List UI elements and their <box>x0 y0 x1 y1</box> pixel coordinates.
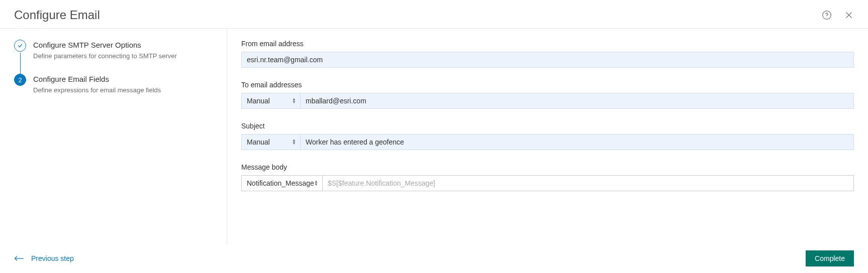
previous-step-button[interactable]: Previous step <box>14 254 74 262</box>
message-body-label: Message body <box>241 163 854 171</box>
dialog-header: Configure Email <box>0 0 868 29</box>
field-to-email: To email addresses Manual ▲▼ <box>241 81 854 109</box>
select-value: Manual <box>247 138 270 146</box>
to-email-input[interactable] <box>301 93 854 109</box>
message-body-input[interactable] <box>323 175 854 191</box>
message-body-mode-select[interactable]: Notification_Message ▲▼ <box>241 175 323 191</box>
step-description: Define expressions for email message fie… <box>33 86 161 94</box>
chevron-updown-icon: ▲▼ <box>314 180 318 186</box>
step-title: Configure Email Fields <box>33 75 161 83</box>
from-email-input[interactable] <box>241 52 854 68</box>
dialog-body: Configure SMTP Server Options Define par… <box>0 29 868 244</box>
from-email-label: From email address <box>241 40 854 48</box>
step-email-fields[interactable]: 2 Configure Email Fields Define expressi… <box>14 74 213 108</box>
subject-mode-select[interactable]: Manual ▲▼ <box>241 134 301 150</box>
field-message-body: Message body Notification_Message ▲▼ <box>241 163 854 191</box>
step-description: Define parameters for connecting to SMTP… <box>33 52 177 60</box>
to-email-label: To email addresses <box>241 81 854 89</box>
select-value: Notification_Message <box>247 179 314 187</box>
svg-point-1 <box>827 17 827 18</box>
dialog-footer: Previous step Complete <box>0 244 868 271</box>
close-icon[interactable] <box>844 10 854 20</box>
field-subject: Subject Manual ▲▼ <box>241 122 854 150</box>
select-value: Manual <box>247 97 270 105</box>
page-title: Configure Email <box>14 8 100 22</box>
step-title: Configure SMTP Server Options <box>33 41 177 49</box>
check-icon <box>14 40 26 52</box>
form-main: From email address To email addresses Ma… <box>227 29 868 244</box>
complete-button[interactable]: Complete <box>806 250 854 266</box>
steps-sidebar: Configure SMTP Server Options Define par… <box>0 29 227 244</box>
chevron-updown-icon: ▲▼ <box>292 139 296 145</box>
chevron-updown-icon: ▲▼ <box>292 98 296 104</box>
step-smtp-options[interactable]: Configure SMTP Server Options Define par… <box>14 40 213 74</box>
step-text: Configure SMTP Server Options Define par… <box>33 40 177 60</box>
subject-input[interactable] <box>301 134 854 150</box>
step-number-icon: 2 <box>14 74 26 86</box>
to-email-mode-select[interactable]: Manual ▲▼ <box>241 93 301 109</box>
previous-step-label: Previous step <box>31 254 74 262</box>
arrow-left-icon <box>14 255 24 261</box>
field-from-email: From email address <box>241 40 854 68</box>
subject-label: Subject <box>241 122 854 130</box>
step-text: Configure Email Fields Define expression… <box>33 74 161 94</box>
header-actions <box>822 10 854 20</box>
help-icon[interactable] <box>822 10 832 20</box>
